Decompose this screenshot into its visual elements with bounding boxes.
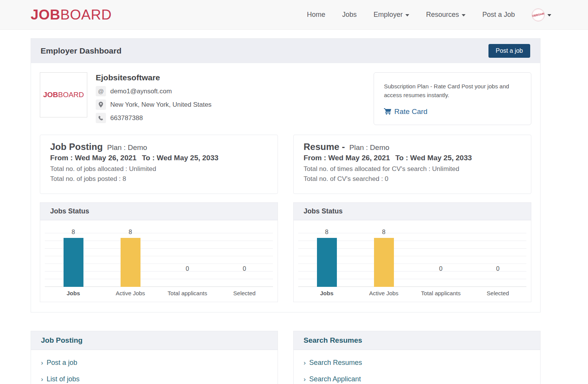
nav-item-label: Post a Job	[482, 11, 515, 19]
job-plan-from: From : Wed May 26, 2021	[50, 154, 137, 162]
chart-column: 0	[469, 226, 526, 287]
search-resumes-links-list: ›Search Resumes ›Search Applicant ›My Re…	[294, 350, 540, 384]
chart-column: 0	[412, 226, 469, 287]
nav-item-label: Resources	[426, 11, 459, 19]
location-value: New York, New York, United States	[110, 101, 212, 109]
bar-value-label: 0	[243, 265, 246, 272]
page-title: Employer Dashboard	[41, 46, 121, 55]
user-menu[interactable]: JOBBOARD	[532, 8, 551, 21]
resume-plan-to: To : Wed May 25, 2033	[395, 154, 472, 162]
chart-category-label: Total applicants	[412, 290, 469, 296]
top-navbar: JOBBOARD Home Jobs Employer Resources Po…	[0, 0, 588, 30]
bar	[64, 238, 83, 287]
bar	[317, 238, 337, 287]
phone-value: 663787388	[110, 114, 143, 122]
job-plan-allocated: Total no. of jobs allocated : Unlimited	[50, 165, 268, 173]
job-posting-links-panel: Job Posting ›Post a job ›List of jobs ›L…	[31, 331, 278, 384]
profile-row: JOBBOARD Ejobsitesoftware @ demo1@aynsof…	[40, 72, 531, 126]
employer-profile: JOBBOARD Ejobsitesoftware @ demo1@aynsof…	[40, 72, 212, 126]
page-header: Employer Dashboard Post a job	[31, 39, 540, 63]
chart-category-labels: JobsActive JobsTotal applicantsSelected	[298, 290, 526, 296]
job-posting-plan-box: Job Posting Plan : Demo From : Wed May 2…	[40, 135, 278, 194]
panel-link[interactable]: ›Post a job	[41, 355, 268, 371]
cart-icon	[384, 108, 391, 115]
nav-menu: Home Jobs Employer Resources Post a Job …	[307, 8, 551, 21]
resume-plan-searched: Total no. of CV's searched : 0	[304, 175, 521, 183]
job-plan-dates: From : Wed May 26, 2021To : Wed May 25, …	[50, 154, 268, 162]
avatar-logo-text: JOBBOARD	[532, 12, 545, 18]
chevron-right-icon: ›	[304, 376, 306, 383]
email-at-icon: @	[96, 86, 106, 96]
chart-category-label: Active Jobs	[102, 290, 159, 296]
chart-column: 8	[298, 226, 355, 287]
resume-plan-dates: From : Wed May 26, 2021To : Wed May 25, …	[304, 154, 521, 162]
main-content: Employer Dashboard Post a job JOBBOARD E…	[31, 38, 571, 384]
caret-down-icon	[462, 14, 466, 16]
profile-details: Ejobsitesoftware @ demo1@aynsoft.com New…	[96, 72, 212, 126]
bar-value-label: 0	[439, 265, 443, 272]
job-plan-name: Plan : Demo	[107, 143, 147, 151]
bar-value-label: 0	[496, 265, 500, 272]
bar-value-label: 8	[72, 229, 75, 236]
dashboard-card: Employer Dashboard Post a job JOBBOARD E…	[31, 38, 541, 312]
nav-item-post-a-job[interactable]: Post a Job	[482, 11, 515, 19]
bar-value-label: 8	[382, 229, 385, 236]
bar-value-label: 8	[129, 229, 132, 236]
nav-item-employer[interactable]: Employer	[374, 11, 409, 19]
subscription-box: Subscription Plan - Rate Card Post your …	[374, 72, 531, 125]
resume-plan-box: Resume - Plan : Demo From : Wed May 26, …	[293, 135, 531, 194]
chevron-right-icon: ›	[304, 359, 306, 367]
job-plan-title: Job Posting	[50, 142, 103, 152]
company-name: Ejobsitesoftware	[96, 73, 212, 82]
nav-item-label: Employer	[374, 11, 403, 19]
search-resumes-links-title: Search Resumes	[294, 331, 540, 350]
search-resumes-links-panel: Search Resumes ›Search Resumes ›Search A…	[293, 331, 541, 384]
chart-title: Jobs Status	[40, 203, 278, 220]
email-value: demo1@aynsoft.com	[110, 88, 172, 95]
panel-link[interactable]: ›Search Resumes	[304, 355, 530, 371]
company-logo-light: BOARD	[58, 91, 84, 99]
caret-down-icon	[405, 14, 409, 16]
panel-link[interactable]: ›List of jobs	[41, 371, 268, 384]
panel-link[interactable]: ›Search Applicant	[304, 371, 530, 384]
nav-item-home[interactable]: Home	[307, 11, 325, 19]
jobs-status-chart-right: Jobs Status 8800 JobsActive JobsTotal ap…	[293, 202, 531, 302]
chart-column: 0	[216, 226, 273, 287]
nav-item-label: Jobs	[342, 11, 357, 19]
post-a-job-button[interactable]: Post a job	[488, 44, 530, 58]
location-pin-icon	[96, 99, 106, 110]
company-logo: JOBBOARD	[40, 72, 87, 117]
avatar: JOBBOARD	[532, 8, 545, 21]
logo[interactable]: JOBBOARD	[31, 7, 112, 23]
plan-row: Job Posting Plan : Demo From : Wed May 2…	[40, 135, 531, 194]
jobs-status-chart-left: Jobs Status 8800 JobsActive JobsTotal ap…	[40, 202, 278, 302]
dashboard-body: JOBBOARD Ejobsitesoftware @ demo1@aynsof…	[31, 63, 540, 312]
chart-category-label: Selected	[216, 290, 273, 296]
caret-down-icon	[547, 14, 551, 16]
company-logo-bold: JOB	[43, 91, 58, 99]
job-posting-links-list: ›Post a job ›List of jobs ›List of Job F…	[31, 350, 278, 384]
bar-value-label: 0	[186, 265, 189, 272]
chart-category-label: Jobs	[45, 290, 102, 296]
bar-chart-plot: 8800	[298, 226, 526, 287]
phone-icon	[96, 113, 106, 123]
chart-category-label: Selected	[469, 290, 526, 296]
chart-column: 8	[355, 226, 412, 287]
chart-column: 8	[45, 226, 102, 287]
charts-row: Jobs Status 8800 JobsActive JobsTotal ap…	[40, 202, 531, 302]
chart-category-label: Total applicants	[159, 290, 216, 296]
resume-plan-from: From : Wed May 26, 2021	[304, 154, 390, 162]
rate-card-link[interactable]: Rate Card	[384, 106, 521, 117]
chart-category-label: Active Jobs	[355, 290, 412, 296]
quick-links-row: Job Posting ›Post a job ›List of jobs ›L…	[31, 331, 541, 384]
nav-item-resources[interactable]: Resources	[426, 11, 466, 19]
bar-chart-plot: 8800	[45, 226, 273, 287]
job-plan-posted: Total no. of jobs posted : 8	[50, 175, 268, 183]
job-posting-links-title: Job Posting	[31, 331, 278, 350]
rate-card-label: Rate Card	[394, 106, 428, 117]
bar	[121, 238, 140, 287]
chart-category-labels: JobsActive JobsTotal applicantsSelected	[45, 290, 273, 296]
location-row: New York, New York, United States	[96, 99, 212, 110]
nav-item-jobs[interactable]: Jobs	[342, 11, 357, 19]
resume-plan-name: Plan : Demo	[350, 143, 390, 151]
